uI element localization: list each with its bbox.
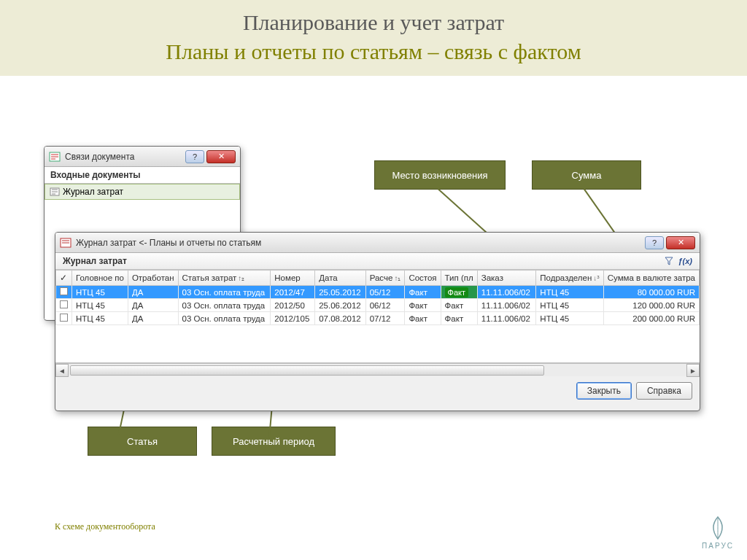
cell-article: 03 Осн. оплата труда	[178, 299, 271, 312]
cell-article: 03 Осн. оплата труда	[178, 312, 271, 325]
list-item-label: Журнал затрат	[63, 187, 123, 197]
cell-article: 03 Осн. оплата труда	[178, 286, 271, 299]
cell-date: 25.05.2012	[315, 286, 365, 299]
callout-place: Место возникновения	[374, 160, 506, 190]
cell-state: Факт	[405, 312, 441, 325]
checkbox[interactable]	[60, 287, 68, 295]
cell-number: 2012/105	[271, 312, 315, 325]
checkbox[interactable]	[60, 300, 68, 308]
brand-name: ПАРУС	[702, 542, 734, 550]
cell-dept: НТЦ 45	[536, 312, 603, 325]
page-title: Планирование и учет затрат	[0, 10, 747, 35]
cell-type: Факт	[441, 286, 477, 299]
cell-head: НТЦ 45	[72, 286, 128, 299]
page-subtitle: Планы и отчеты по статьям – связь с факт…	[0, 39, 747, 64]
cell-period: 05/12	[365, 286, 405, 299]
cell-dept: НТЦ 45	[536, 286, 603, 299]
callout-article: Статья	[88, 427, 197, 456]
cell-number: 2012/50	[271, 299, 315, 312]
fx-button[interactable]: ƒ(x)	[678, 257, 692, 265]
checkbox[interactable]	[60, 314, 68, 322]
cell-period: 06/12	[365, 299, 405, 312]
scroll-left-icon[interactable]: ◄	[55, 364, 69, 377]
brand-logo: ПАРУС	[702, 516, 734, 550]
list-item[interactable]: Журнал затрат	[44, 184, 240, 200]
close-button[interactable]: ✕	[666, 236, 695, 249]
cell-order: 11.11.006/02	[477, 286, 536, 299]
col-date[interactable]: Дата	[315, 271, 365, 286]
window-cost-journal: Журнал затрат <- Планы и отчеты по стать…	[55, 232, 700, 411]
col-number[interactable]: Номер	[271, 271, 315, 286]
cell-dept: НТЦ 45	[536, 299, 603, 312]
col-article[interactable]: Статья затрат↑₂	[178, 271, 271, 286]
titlebar[interactable]: Связи документа ? ✕	[44, 147, 240, 167]
col-state[interactable]: Состоя	[405, 271, 441, 286]
section-header: Входные документы	[44, 167, 240, 184]
help-button[interactable]: ?	[645, 236, 664, 249]
section-title: Журнал затрат	[63, 256, 127, 266]
table-row[interactable]: НТЦ 45 ДА 03 Осн. оплата труда 2012/47 2…	[56, 286, 700, 299]
button-bar: Закрыть Справка	[55, 376, 700, 405]
col-processed[interactable]: Отработан	[128, 271, 178, 286]
cell-amount: 200 000.00 RUR	[603, 312, 699, 325]
col-dept[interactable]: Подразделен↓³	[536, 271, 603, 286]
section-bar: Журнал затрат ƒ(x)	[55, 253, 700, 270]
table-row[interactable]: НТЦ 45 ДА 03 Осн. оплата труда 2012/105 …	[56, 312, 700, 325]
close-button[interactable]: Закрыть	[576, 382, 632, 400]
cell-order: 11.11.006/02	[477, 312, 536, 325]
col-period[interactable]: Расче↑₁	[365, 271, 405, 286]
app-icon	[49, 151, 61, 163]
callout-sum: Сумма	[532, 160, 641, 190]
col-check[interactable]: ✓	[56, 271, 72, 286]
window-title: Связи документа	[65, 152, 134, 162]
cell-order: 11.11.006/02	[477, 299, 536, 312]
horizontal-scrollbar[interactable]: ◄ ►	[55, 363, 700, 376]
col-order[interactable]: Заказ	[477, 271, 536, 286]
cell-state: Факт	[405, 286, 441, 299]
footer-link[interactable]: К схеме документооборота	[55, 521, 155, 532]
help-button[interactable]: Справка	[636, 382, 692, 400]
col-amount[interactable]: Сумма в валюте затра	[603, 271, 699, 286]
cell-date: 25.06.2012	[315, 299, 365, 312]
app-icon	[60, 237, 71, 249]
cell-head: НТЦ 45	[72, 299, 128, 312]
slide-header: Планирование и учет затрат Планы и отчет…	[0, 0, 747, 76]
journal-icon	[50, 187, 60, 197]
close-button[interactable]: ✕	[206, 150, 236, 163]
data-grid: ✓ Головное по Отработан Статья затрат↑₂ …	[55, 270, 700, 363]
filter-icon[interactable]	[665, 257, 673, 265]
col-head[interactable]: Головное по	[72, 271, 128, 286]
callout-period: Расчетный период	[212, 427, 336, 456]
cell-processed: ДА	[128, 299, 178, 312]
cell-type: Факт	[441, 299, 477, 312]
table-row[interactable]: НТЦ 45 ДА 03 Осн. оплата труда 2012/50 2…	[56, 299, 700, 312]
cell-processed: ДА	[128, 312, 178, 325]
cell-processed: ДА	[128, 286, 178, 299]
cell-amount: 80 000.00 RUR	[603, 286, 699, 299]
cell-state: Факт	[405, 299, 441, 312]
cell-type: Факт	[441, 312, 477, 325]
cell-number: 2012/47	[271, 286, 315, 299]
scroll-right-icon[interactable]: ►	[686, 364, 700, 377]
cell-period: 07/12	[365, 312, 405, 325]
scroll-thumb[interactable]	[70, 365, 544, 376]
cell-head: НТЦ 45	[72, 312, 128, 325]
titlebar[interactable]: Журнал затрат <- Планы и отчеты по стать…	[55, 233, 700, 253]
cell-amount: 120 000.00 RUR	[603, 299, 699, 312]
help-button[interactable]: ?	[185, 150, 204, 163]
table-header-row: ✓ Головное по Отработан Статья затрат↑₂ …	[56, 271, 700, 286]
cell-date: 07.08.2012	[315, 312, 365, 325]
col-type[interactable]: Тип (пл	[441, 271, 477, 286]
window-title: Журнал затрат <- Планы и отчеты по стать…	[76, 238, 261, 248]
